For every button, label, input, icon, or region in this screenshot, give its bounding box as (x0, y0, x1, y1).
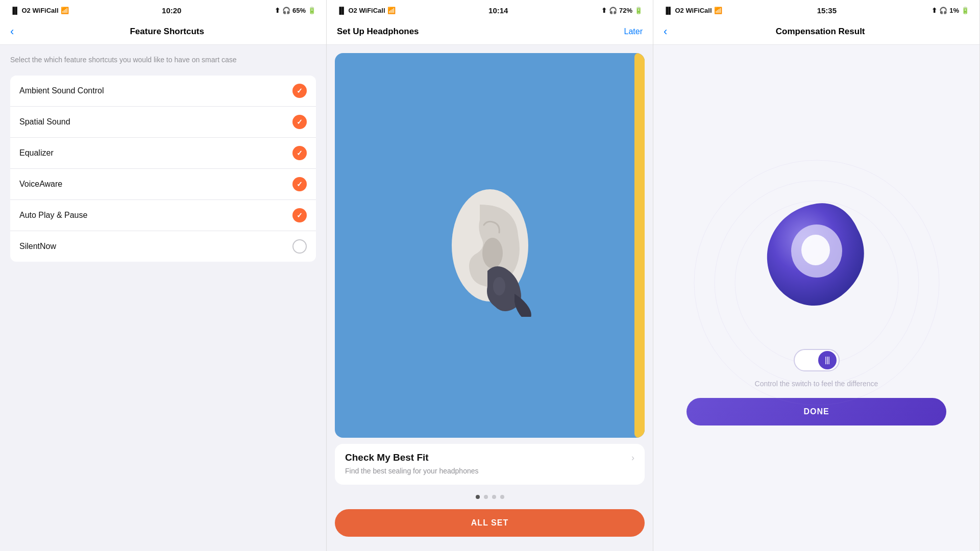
card-title-row: Check My Best Fit › (345, 452, 634, 463)
later-button[interactable]: Later (624, 27, 643, 36)
battery-icon-1: 🔋 (308, 7, 316, 14)
battery-3: 1% (949, 7, 959, 14)
feature-item-5[interactable]: SilentNow (10, 231, 316, 262)
back-button-3[interactable]: ‹ (664, 26, 667, 37)
status-right-1: ⬆ 🎧 65% 🔋 (275, 7, 316, 14)
location-icon-3: ⬆ (932, 7, 937, 14)
panel2-content: Check My Best Fit › Find the best sealin… (327, 45, 653, 551)
panel-compensation-result: ▐▌ O2 WiFiCall 📶 15:35 ⬆ 🎧 1% 🔋 ‹ Compen… (653, 0, 980, 551)
status-bar-2: ▐▌ O2 WiFiCall 📶 10:14 ⬆ 🎧 72% 🔋 (327, 0, 653, 18)
page-title-3: Compensation Result (671, 27, 969, 37)
wifi-icon-1: 📶 (61, 7, 69, 14)
battery-icon-2: 🔋 (634, 7, 643, 14)
check-circle-3[interactable]: ✓ (292, 177, 307, 191)
feature-item-0[interactable]: Ambient Sound Control✓ (10, 76, 316, 107)
location-icon-1: ⬆ (275, 7, 280, 14)
battery-icon-3: 🔋 (961, 7, 969, 14)
wifi-icon-2: 📶 (387, 7, 396, 14)
back-button-1[interactable]: ‹ (10, 26, 14, 37)
check-circle-2[interactable]: ✓ (292, 146, 307, 160)
feature-item-1[interactable]: Spatial Sound✓ (10, 107, 316, 138)
feature-label-2: Equalizer (19, 148, 54, 158)
dot-3 (492, 495, 496, 499)
feature-item-4[interactable]: Auto Play & Pause✓ (10, 200, 316, 231)
all-set-button[interactable]: ALL SET (335, 509, 645, 537)
waveform-icon: ||| (825, 356, 829, 365)
subtitle-1: Select the which feature shortcuts you w… (10, 55, 316, 65)
switch-hint: Control the switch to feel the differenc… (755, 380, 878, 388)
feature-label-4: Auto Play & Pause (19, 211, 87, 220)
headphone-icon-2: 🎧 (609, 7, 617, 14)
status-right-2: ⬆ 🎧 72% 🔋 (601, 7, 643, 14)
check-circle-4[interactable]: ✓ (292, 208, 307, 222)
status-left-2: ▐▌ O2 WiFiCall 📶 (337, 7, 396, 14)
panel-feature-shortcuts: ▐▌ O2 WiFiCall 📶 10:20 ⬆ 🎧 65% 🔋 ‹ Featu… (0, 0, 327, 551)
headphone-icon-1: 🎧 (282, 7, 290, 14)
headphone-icon-3: 🎧 (939, 7, 947, 14)
battery-1: 65% (292, 7, 306, 14)
feature-label-5: SilentNow (19, 242, 56, 251)
empty-circle-5[interactable] (292, 239, 307, 254)
feature-item-3[interactable]: VoiceAware✓ (10, 169, 316, 200)
battery-2: 72% (619, 7, 632, 14)
check-circle-0[interactable]: ✓ (292, 84, 307, 98)
check-circle-1[interactable]: ✓ (292, 115, 307, 129)
dot-1 (476, 495, 480, 499)
feature-list: Ambient Sound Control✓Spatial Sound✓Equa… (10, 76, 316, 262)
orb-blob (761, 196, 873, 308)
feature-label-1: Spatial Sound (19, 117, 70, 127)
time-1: 10:20 (162, 6, 181, 15)
chevron-right-icon: › (631, 453, 634, 463)
dot-4 (500, 495, 504, 499)
status-left-3: ▐▌ O2 WiFiCall 📶 (664, 7, 722, 14)
signal-icon-3: ▐▌ (664, 7, 673, 14)
svg-point-1 (482, 238, 503, 268)
carrier-3: O2 WiFiCall (675, 7, 712, 14)
status-bar-1: ▐▌ O2 WiFiCall 📶 10:20 ⬆ 🎧 65% 🔋 (0, 0, 326, 18)
header-2: Set Up Headphones Later (327, 18, 653, 45)
carrier-2: O2 WiFiCall (348, 7, 385, 14)
page-title-2: Set Up Headphones (337, 27, 419, 37)
dot-2 (484, 495, 488, 499)
toggle-knob: ||| (818, 351, 837, 369)
status-left-1: ▐▌ O2 WiFiCall 📶 (10, 7, 69, 14)
panel-setup-headphones: ▐▌ O2 WiFiCall 📶 10:14 ⬆ 🎧 72% 🔋 Set Up … (327, 0, 653, 551)
header-3: ‹ Compensation Result (653, 18, 979, 45)
feature-item-2[interactable]: Equalizer✓ (10, 138, 316, 169)
ear-illustration (439, 174, 541, 317)
panel3-content: ||| Control the switch to feel the diffe… (653, 45, 979, 551)
time-2: 10:14 (488, 6, 508, 15)
panel1-content: Select the which feature shortcuts you w… (0, 45, 326, 551)
page-dots (335, 491, 645, 503)
status-right-3: ⬆ 🎧 1% 🔋 (932, 7, 969, 14)
feature-label-3: VoiceAware (19, 180, 62, 189)
card-description: Find the best sealing for your headphone… (345, 466, 634, 477)
card-title: Check My Best Fit (345, 452, 429, 463)
header-1: ‹ Feature Shortcuts (0, 18, 326, 45)
orb-container (735, 170, 898, 334)
status-bar-3: ▐▌ O2 WiFiCall 📶 15:35 ⬆ 🎧 1% 🔋 (653, 0, 979, 18)
wifi-icon-3: 📶 (714, 7, 722, 14)
done-button[interactable]: DONE (687, 398, 946, 425)
svg-point-2 (493, 277, 505, 295)
signal-icon-2: ▐▌ (337, 7, 346, 14)
time-3: 15:35 (817, 6, 837, 15)
carrier-1: O2 WiFiCall (21, 7, 58, 14)
card-yellow-accent (634, 53, 645, 438)
check-fit-card[interactable]: Check My Best Fit › Find the best sealin… (335, 444, 645, 485)
feature-label-0: Ambient Sound Control (19, 86, 104, 95)
compensation-toggle[interactable]: ||| (794, 349, 840, 371)
signal-icon-1: ▐▌ (10, 7, 19, 14)
toggle-row: ||| (794, 349, 840, 371)
fit-card (335, 53, 645, 438)
svg-point-7 (801, 235, 830, 265)
location-icon-2: ⬆ (601, 7, 607, 14)
page-title-1: Feature Shortcuts (18, 27, 316, 37)
